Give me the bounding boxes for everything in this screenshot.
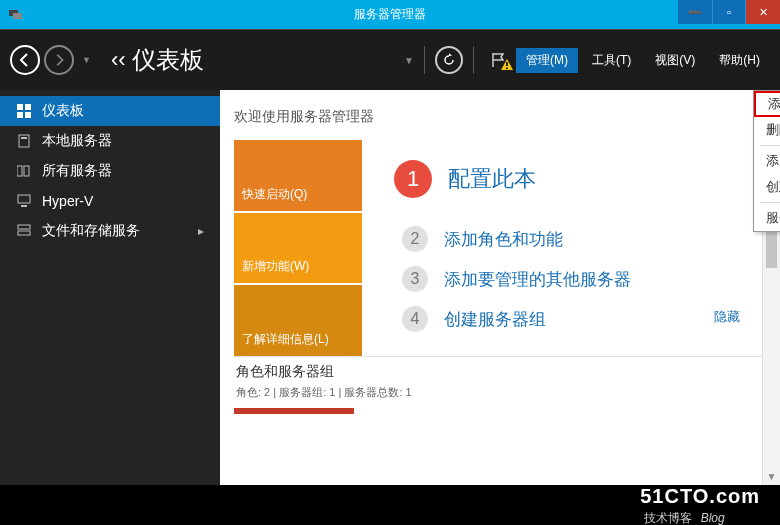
dash-dropdown-caret[interactable]: ▼ xyxy=(404,55,414,66)
menu-create-server-group[interactable]: 创建服务器组 xyxy=(754,174,780,200)
step-1-number: 1 xyxy=(394,160,432,198)
menu-server-manager-properties[interactable]: 服务器管理器属性 xyxy=(754,205,780,231)
tile-learnmore[interactable]: 了解详细信息(L) xyxy=(234,285,362,356)
menu-separator xyxy=(760,202,780,203)
nav-history-caret[interactable]: ▼ xyxy=(82,55,91,65)
svg-rect-10 xyxy=(17,166,22,176)
svg-rect-11 xyxy=(24,166,29,176)
sidebar-item-dashboard[interactable]: 仪表板 xyxy=(0,96,220,126)
scroll-down-arrow[interactable]: ▼ xyxy=(763,467,780,485)
groups-subheading: 角色: 2 | 服务器组: 1 | 服务器总数: 1 xyxy=(236,385,764,400)
tile-quickstart[interactable]: 快速启动(Q) xyxy=(234,140,362,211)
storage-icon xyxy=(16,223,32,239)
menu-add-roles-features[interactable]: 添加角色和功能 ↖ xyxy=(754,91,780,117)
hide-link[interactable]: 隐藏 xyxy=(714,308,740,326)
nav-forward-button[interactable] xyxy=(44,45,74,75)
groups-heading: 角色和服务器组 xyxy=(236,363,764,381)
sidebar-item-label: Hyper-V xyxy=(42,193,93,209)
app-icon xyxy=(8,6,24,22)
menu-help[interactable]: 帮助(H) xyxy=(709,48,770,73)
separator xyxy=(424,46,425,74)
menu-add-server[interactable]: 添加服务器 xyxy=(754,148,780,174)
menu-remove-roles-features[interactable]: 删除角色和功能 xyxy=(754,117,780,143)
menu-separator xyxy=(760,145,780,146)
main-content: 欢迎使用服务器管理器 快速启动(Q) 新增功能(W) 了解详细信息(L) 1 配… xyxy=(220,90,780,485)
window-titlebar: 服务器管理器 ➖ ▫ ✕ xyxy=(0,0,780,30)
menu-view[interactable]: 视图(V) xyxy=(645,48,705,73)
svg-rect-4 xyxy=(17,104,23,110)
warning-icon xyxy=(500,58,514,76)
step-2-link[interactable]: 添加角色和功能 xyxy=(444,228,563,251)
notifications-button[interactable] xyxy=(484,46,512,74)
menu-item-label: 添加角色和功能 xyxy=(768,95,780,113)
svg-rect-14 xyxy=(18,225,30,229)
sidebar-item-label: 仪表板 xyxy=(42,102,84,120)
menu-manage[interactable]: 管理(M) xyxy=(516,48,578,73)
logo-main-text: 51CTO.com xyxy=(640,485,760,507)
svg-rect-7 xyxy=(25,112,31,118)
step-4-link[interactable]: 创建服务器组 xyxy=(444,308,546,331)
svg-rect-12 xyxy=(18,195,30,203)
page-title: ‹‹ 仪表板 xyxy=(111,44,204,76)
step-3-link[interactable]: 添加要管理的其他服务器 xyxy=(444,268,631,291)
dashboard-icon xyxy=(16,103,32,119)
hyperv-icon xyxy=(16,193,32,209)
servers-icon xyxy=(16,163,32,179)
minimize-button[interactable]: ➖ xyxy=(678,0,712,24)
svg-rect-15 xyxy=(18,231,30,235)
tile-whatsnew[interactable]: 新增功能(W) xyxy=(234,213,362,284)
close-button[interactable]: ✕ xyxy=(746,0,780,24)
manage-dropdown-menu: 添加角色和功能 ↖ 删除角色和功能 添加服务器 创建服务器组 服务器管理器属性 xyxy=(753,90,780,232)
svg-rect-9 xyxy=(21,137,27,139)
window-title: 服务器管理器 xyxy=(0,6,780,23)
sidebar-item-label: 文件和存储服务 xyxy=(42,222,140,240)
logo-sub-text: 技术博客 xyxy=(644,510,692,525)
server-icon xyxy=(16,133,32,149)
sidebar: 仪表板 本地服务器 所有服务器 Hyper-V 文件和存储服务 ▸ xyxy=(0,90,220,485)
sidebar-item-label: 本地服务器 xyxy=(42,132,112,150)
svg-rect-6 xyxy=(17,112,23,118)
tile-label: 新增功能(W) xyxy=(242,258,309,275)
maximize-button[interactable]: ▫ xyxy=(712,0,746,24)
step-2-number: 2 xyxy=(402,226,428,252)
svg-rect-5 xyxy=(25,104,31,110)
sidebar-item-label: 所有服务器 xyxy=(42,162,112,180)
refresh-button[interactable] xyxy=(435,46,463,74)
footer-bar: 51CTO.com 技术博客 Blog xyxy=(0,485,780,525)
sidebar-item-local-server[interactable]: 本地服务器 xyxy=(0,126,220,156)
nav-back-button[interactable] xyxy=(10,45,40,75)
sidebar-item-all-servers[interactable]: 所有服务器 xyxy=(0,156,220,186)
svg-rect-1 xyxy=(13,13,22,19)
step-4-number: 4 xyxy=(402,306,428,332)
menu-tools[interactable]: 工具(T) xyxy=(582,48,641,73)
step-1-link[interactable]: 配置此本 xyxy=(448,164,536,194)
expand-icon[interactable]: ▸ xyxy=(198,224,204,238)
svg-rect-3 xyxy=(506,68,508,70)
svg-rect-8 xyxy=(19,135,29,147)
header-bar: ▼ ‹‹ 仪表板 ▼ 管理(M) 工具(T) 视图(V) 帮助(H) xyxy=(0,30,780,90)
watermark-logo: 51CTO.com 技术博客 Blog xyxy=(640,485,760,525)
welcome-heading: 欢迎使用服务器管理器 xyxy=(234,108,780,126)
page-title-text: 仪表板 xyxy=(132,44,204,76)
chevron-left-icon: ‹‹ xyxy=(111,47,126,73)
sidebar-item-hyperv[interactable]: Hyper-V xyxy=(0,186,220,216)
tile-label: 快速启动(Q) xyxy=(242,186,307,203)
svg-rect-13 xyxy=(21,205,27,207)
sidebar-item-file-storage[interactable]: 文件和存储服务 ▸ xyxy=(0,216,220,246)
tile-label: 了解详细信息(L) xyxy=(242,331,329,348)
step-3-number: 3 xyxy=(402,266,428,292)
svg-rect-2 xyxy=(506,62,508,66)
separator xyxy=(473,46,474,74)
red-tile-header xyxy=(234,408,354,414)
logo-badge-text: Blog xyxy=(701,511,725,525)
